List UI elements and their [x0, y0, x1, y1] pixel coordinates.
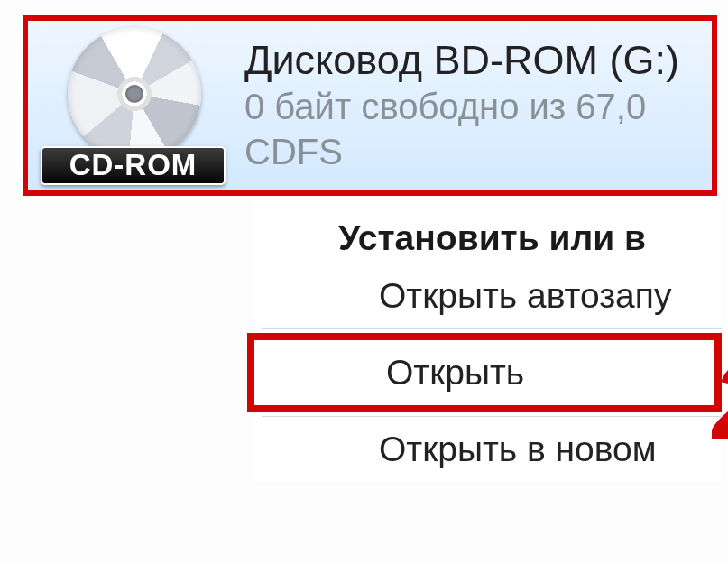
drive-info-text: Дисковод BD-ROM (G:) 0 байт свободно из …: [244, 37, 679, 174]
cd-rom-label-plate: CD-ROM: [41, 146, 226, 185]
menu-item-autorun[interactable]: Открыть автозапу: [253, 264, 722, 328]
cd-rom-plate-text: CD-ROM: [69, 148, 198, 182]
menu-item-open-new[interactable]: Открыть в новом: [253, 417, 722, 482]
callout-number-fragment: 2: [712, 353, 728, 448]
drive-title: Дисковод BD-ROM (G:): [244, 37, 679, 84]
menu-section-title: Установить или в: [253, 206, 722, 264]
drive-filesystem: CDFS: [244, 129, 679, 174]
highlight-open: Открыть: [247, 333, 722, 412]
drive-free-space: 0 байт свободно из 67,0: [244, 84, 679, 129]
menu-separator: [262, 328, 722, 329]
drive-item[interactable]: CD-ROM Дисковод BD-ROM (G:) 0 байт свобо…: [23, 15, 717, 196]
context-menu: Установить или в Открыть автозапу Открыт…: [253, 200, 722, 482]
menu-item-open[interactable]: Открыть: [254, 340, 714, 405]
disc-icon: [68, 27, 201, 161]
cd-rom-drive-icon: CD-ROM: [37, 27, 226, 185]
